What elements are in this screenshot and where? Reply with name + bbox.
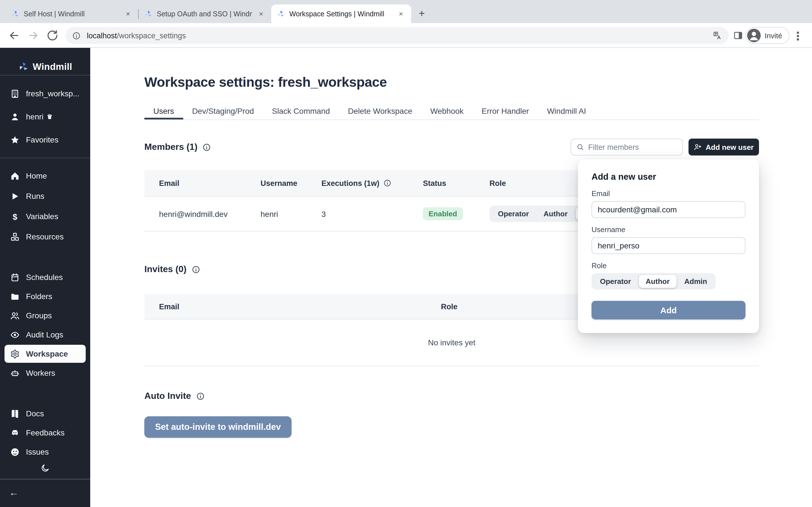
screen: Self Host | Windmill×Setup OAuth and SSO… — [0, 0, 812, 507]
popup-role-author[interactable]: Author — [639, 275, 676, 288]
browser-tab[interactable]: Setup OAuth and SSO | Windm× — [139, 4, 271, 23]
tab-title: Workspace Settings | Windmill — [289, 10, 392, 18]
building-icon — [10, 89, 20, 98]
sidebar-item-label: henri — [26, 112, 43, 121]
sidebar-item-resources[interactable]: Resources — [4, 228, 86, 245]
sidebar-item-label: Workspace — [26, 349, 68, 358]
sidebar-item-favorites[interactable]: Favorites — [4, 131, 86, 149]
email-label: Email — [592, 189, 746, 198]
main-content: Workspace settings: fresh_workspace User… — [90, 48, 812, 507]
new-tab-button[interactable]: + — [415, 7, 428, 20]
tab-error-handler[interactable]: Error Handler — [472, 103, 538, 119]
username-field[interactable] — [592, 237, 746, 254]
member-role-operator[interactable]: Operator — [491, 207, 536, 220]
dollar-icon: $ — [10, 212, 20, 221]
email-field[interactable] — [592, 201, 746, 218]
status-badge: Enabled — [423, 207, 463, 220]
sidebar-item-feedbacks[interactable]: Feedbacks — [4, 424, 86, 442]
add-new-user-label: Add new user — [706, 143, 754, 151]
sidebar-item-label: Docs — [26, 409, 44, 418]
tab-slack-command[interactable]: Slack Command — [263, 103, 339, 119]
eye-icon — [10, 330, 20, 339]
sidebar-item-label: Resources — [26, 232, 64, 241]
sidebar-item-docs[interactable]: Docs — [4, 404, 86, 422]
side-panel-icon[interactable] — [733, 31, 743, 41]
sidebar-item-folders[interactable]: Folders — [4, 287, 86, 305]
tab-windmill-ai[interactable]: Windmill AI — [538, 103, 595, 119]
tab-webhook[interactable]: Webhook — [421, 103, 472, 119]
members-info-icon[interactable] — [203, 143, 211, 151]
popup-add-button[interactable]: Add — [592, 301, 746, 320]
tab-strip: Self Host | Windmill×Setup OAuth and SSO… — [6, 4, 411, 23]
sidebar-item-groups[interactable]: Groups — [4, 306, 86, 325]
auto-invite-info-icon[interactable] — [196, 392, 204, 400]
windmill-brand[interactable]: Windmill — [0, 60, 90, 73]
groups-icon — [10, 311, 20, 320]
sidebar-item-henri[interactable]: henri♛ — [4, 108, 86, 126]
sidebar-item-runs[interactable]: Runs — [4, 187, 86, 205]
sidebar-item-workers[interactable]: Workers — [4, 364, 86, 382]
sidebar-item-schedules[interactable]: Schedules — [4, 268, 86, 286]
sidebar-group-help: DocsFeedbacksIssues — [0, 404, 90, 462]
settings-tabs: UsersDev/Staging/ProdSlack CommandDelete… — [144, 103, 759, 120]
member-status: Enabled — [423, 207, 490, 220]
tab-title: Setup OAuth and SSO | Windm — [157, 10, 252, 18]
sidebar-item-workspace[interactable]: Workspace — [4, 345, 86, 363]
browser-profile-button[interactable]: Invité — [746, 27, 790, 44]
robot-icon — [10, 368, 20, 378]
sidebar-item-home[interactable]: Home — [4, 167, 86, 185]
sidebar-item-issues[interactable]: Issues — [4, 443, 86, 461]
play-icon — [10, 191, 20, 201]
browser-tab[interactable]: Self Host | Windmill× — [6, 4, 138, 23]
popup-title: Add a new user — [592, 172, 746, 182]
filter-members-input[interactable] — [588, 143, 677, 151]
member-email: henri@windmill.dev — [159, 209, 260, 218]
column-header: Email — [159, 302, 441, 311]
translate-icon[interactable] — [713, 31, 722, 40]
url-text: localhost/workspace_settings — [87, 31, 186, 40]
filter-members-box — [571, 138, 683, 156]
tab-close-icon[interactable]: × — [257, 9, 266, 18]
member-role-author[interactable]: Author — [537, 207, 574, 220]
sidebar: Windmill fresh_worksp...henri♛Favorites … — [0, 48, 90, 507]
column-info-icon[interactable] — [384, 179, 391, 187]
page-title: Workspace settings: fresh_workspace — [144, 74, 387, 90]
invites-section-head: Invites (0) — [144, 263, 200, 276]
sidebar-item-fresh-worksp[interactable]: fresh_worksp... — [4, 84, 86, 103]
tab-close-icon[interactable]: × — [123, 9, 133, 18]
column-header: Executions (1w) — [321, 179, 423, 187]
brand-name: Windmill — [33, 61, 72, 72]
column-header: Status — [423, 179, 490, 187]
url-path: /workspace_settings — [117, 31, 186, 40]
back-icon[interactable] — [8, 29, 20, 42]
url-field[interactable]: localhost/workspace_settings — [65, 27, 728, 44]
column-label: Email — [159, 302, 179, 311]
reload-icon[interactable] — [46, 29, 59, 42]
tab-users[interactable]: Users — [144, 103, 183, 119]
sidebar-item-variables[interactable]: $Variables — [4, 207, 86, 225]
set-auto-invite-button[interactable]: Set auto-invite to windmill.dev — [144, 416, 292, 438]
sidebar-group-workspace: fresh_worksp...henri♛Favorites — [0, 84, 90, 154]
browser-tab[interactable]: Workspace Settings | Windmill× — [271, 4, 411, 23]
member-executions: 3 — [321, 209, 423, 218]
dark-mode-toggle[interactable] — [0, 464, 90, 473]
members-bar: Members (1) Add new user — [144, 138, 759, 156]
forward-icon[interactable] — [27, 29, 40, 42]
tab-dev-staging-prod[interactable]: Dev/Staging/Prod — [183, 103, 263, 119]
sidebar-item-label: Variables — [26, 212, 58, 221]
members-heading: Members (1) — [144, 142, 198, 152]
tab-delete-workspace[interactable]: Delete Workspace — [339, 103, 421, 119]
add-new-user-button[interactable]: Add new user — [689, 138, 759, 156]
popup-role-operator[interactable]: Operator — [593, 275, 638, 288]
sidebar-divider — [0, 479, 90, 480]
collapse-sidebar-icon[interactable]: ← — [9, 487, 18, 499]
book-icon — [10, 409, 20, 418]
tab-close-icon[interactable]: × — [396, 9, 405, 18]
page-info-icon[interactable] — [72, 31, 81, 40]
browser-menu-icon[interactable] — [797, 32, 799, 40]
column-label: Username — [260, 179, 297, 187]
popup-role-admin[interactable]: Admin — [677, 275, 714, 288]
invites-info-icon[interactable] — [192, 265, 200, 274]
sidebar-item-label: Home — [26, 171, 47, 180]
sidebar-item-audit-logs[interactable]: Audit Logs — [4, 326, 86, 344]
